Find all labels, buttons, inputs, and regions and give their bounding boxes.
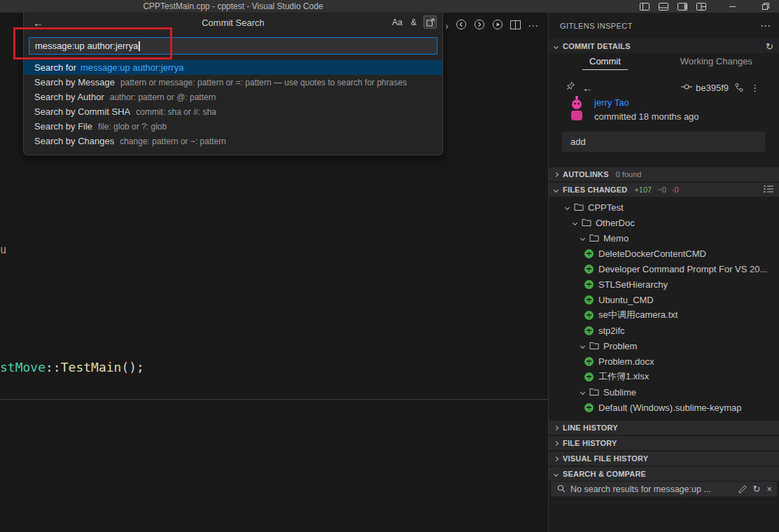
editor-toolbar: › ⋯ <box>445 19 538 33</box>
pin-icon[interactable] <box>566 81 575 94</box>
tree-item-label: se中调用camera.txt <box>598 309 678 321</box>
tree-file-row[interactable]: Problem.docx <box>549 354 779 369</box>
quickpick-item-search-by-sha[interactable]: Search by Commit SHA commit: sha or #: s… <box>24 104 442 119</box>
search-result-row[interactable]: No search results for message:up ... ↻ × <box>551 482 777 496</box>
section-label: SEARCH & COMPARE <box>563 470 646 478</box>
tree-file-row[interactable]: Ubuntu_CMD <box>549 292 779 307</box>
commit-search-title: Commit Search <box>24 18 442 28</box>
toggle-panel-icon[interactable] <box>659 3 668 10</box>
section-visual-file-history[interactable]: VISUAL FILE HISTORY <box>549 451 779 465</box>
chevron-down-icon <box>554 471 559 476</box>
kebab-menu-icon[interactable]: ⋮ <box>750 83 759 93</box>
more-icon[interactable]: ⋯ <box>760 20 771 32</box>
minimize-button[interactable] <box>722 0 742 13</box>
toggle-primary-sidebar-icon[interactable] <box>640 3 650 10</box>
chevron-down-icon <box>554 187 559 192</box>
folder-icon <box>574 203 584 211</box>
restore-button[interactable] <box>756 0 776 13</box>
files-changed-tree: CPPTest OtherDoc Memo DeleteDockerConten… <box>549 200 779 415</box>
tree-folder-row[interactable]: Memo <box>549 230 779 246</box>
file-added-icon <box>584 295 594 304</box>
sidebar-title: GITLENS INSPECT <box>560 22 760 30</box>
file-added-icon <box>584 249 594 258</box>
quickpick-item-description: pattern or message: pattern or =: patter… <box>120 78 407 88</box>
file-added-icon <box>584 357 594 366</box>
tree-item-label: Ubuntu_CMD <box>598 295 654 305</box>
view-as-tree-icon[interactable] <box>764 183 773 196</box>
breadcrumb-chevron-icon: › <box>445 20 449 31</box>
commit-toolbar: ← be395f9 ⋮ <box>549 80 779 95</box>
section-line-history[interactable]: LINE HISTORY <box>549 421 779 435</box>
tree-file-row[interactable]: Default (Windows).sublime-keymap <box>549 400 779 415</box>
toggle-secondary-sidebar-icon[interactable] <box>678 3 687 10</box>
tree-file-row[interactable]: 工作簿1.xlsx <box>549 369 779 384</box>
tree-item-label: DeleteDockerContentCMD <box>598 248 706 259</box>
file-added-icon <box>584 265 594 274</box>
tab-commit[interactable]: Commit <box>582 55 628 70</box>
tree-file-row[interactable]: STLSetHierarchy <box>549 276 779 292</box>
more-actions-icon[interactable]: ⋯ <box>528 20 538 31</box>
section-file-history[interactable]: FILE HISTORY <box>549 436 779 450</box>
quickpick-item-search-for[interactable]: Search for message:up author:jerrya <box>24 60 442 75</box>
nav-forward-icon[interactable] <box>474 19 485 33</box>
editor-panel-divider[interactable] <box>0 399 548 400</box>
section-label: VISUAL FILE HISTORY <box>563 454 648 463</box>
open-in-side-bar-button[interactable] <box>423 15 437 29</box>
section-files-changed[interactable]: FILES CHANGED +107 ~0 -0 <box>549 183 779 197</box>
tree-file-row[interactable]: se中调用camera.txt <box>549 307 779 323</box>
commit-message-box[interactable]: add <box>562 132 765 152</box>
folder-icon <box>589 342 599 350</box>
quickpick-item-search-by-message[interactable]: Search by Message pattern or message: pa… <box>24 75 442 90</box>
tree-file-row[interactable]: Developer Command Prompt For VS 20... <box>549 261 779 276</box>
commit-sha[interactable]: be395f9 <box>696 83 729 93</box>
tree-chevron-icon <box>565 204 570 209</box>
split-editor-icon[interactable] <box>510 20 521 32</box>
chevron-down-icon <box>554 43 559 48</box>
close-icon[interactable]: × <box>766 484 772 494</box>
navigate-back-icon[interactable]: ← <box>582 82 593 94</box>
edit-search-icon[interactable] <box>738 485 747 493</box>
tree-folder-row[interactable]: OtherDoc <box>549 215 779 230</box>
tree-item-label: Developer Command Prompt For VS 20... <box>598 264 767 274</box>
search-icon <box>557 483 566 496</box>
file-added-icon <box>584 403 594 412</box>
quickpick-item-search-by-file[interactable]: Search by File file: glob or ?: glob <box>24 119 442 134</box>
stat-added: +107 <box>634 186 652 194</box>
section-autolinks[interactable]: AUTOLINKS 0 found <box>549 167 779 181</box>
nav-back-icon[interactable] <box>456 19 467 33</box>
tree-chevron-icon <box>573 220 577 225</box>
tree-file-row[interactable]: stp2ifc <box>549 323 779 338</box>
section-search-and-compare[interactable]: SEARCH & COMPARE <box>549 467 779 481</box>
section-label: LINE HISTORY <box>563 424 618 432</box>
quickpick-item-search-by-changes[interactable]: Search by Changes change: pattern or ~: … <box>24 134 442 148</box>
section-commit-details[interactable]: COMMIT DETAILS ↻ <box>549 39 779 53</box>
commit-search-query: message:up author:jerrya <box>35 41 138 51</box>
chevron-right-icon <box>554 440 559 445</box>
commit-search-input[interactable]: message:up author:jerrya <box>29 37 437 55</box>
run-icon[interactable] <box>492 19 503 33</box>
commit-details-tabs: Commit Working Changes <box>549 55 779 70</box>
quickpick-item-search-by-author[interactable]: Search by Author author: pattern or @: p… <box>24 90 442 104</box>
refresh-icon[interactable]: ↻ <box>766 41 773 52</box>
tree-item-label: Memo <box>603 233 629 244</box>
avatar[interactable] <box>568 95 585 125</box>
file-added-icon <box>584 280 594 289</box>
match-case-toggle[interactable]: Aa <box>391 17 404 28</box>
tree-file-row[interactable]: DeleteDockerContentCMD <box>549 246 779 261</box>
commit-author-block: jerry Tao committed 18 months ago <box>568 95 699 125</box>
tree-folder-row[interactable]: Problem <box>549 338 779 354</box>
tab-working-changes[interactable]: Working Changes <box>673 55 759 70</box>
commit-graph-icon[interactable] <box>734 83 744 92</box>
author-name-link[interactable]: jerry Tao <box>594 97 699 108</box>
customize-layout-icon[interactable] <box>696 3 706 10</box>
tree-folder-row[interactable]: CPPTest <box>549 200 779 215</box>
file-added-icon <box>584 372 594 382</box>
quickpick-item-label: Search by File <box>34 121 92 132</box>
quickpick-item-label: Search for <box>34 62 76 73</box>
tree-folder-row[interactable]: Sublime <box>549 384 779 400</box>
tree-item-label: Sublime <box>603 387 636 398</box>
quickpick-item-description: change: pattern or ~: pattern <box>120 136 226 146</box>
section-label: COMMIT DETAILS <box>563 42 631 50</box>
match-all-toggle[interactable]: & <box>409 17 418 28</box>
refresh-icon[interactable]: ↻ <box>753 484 761 494</box>
